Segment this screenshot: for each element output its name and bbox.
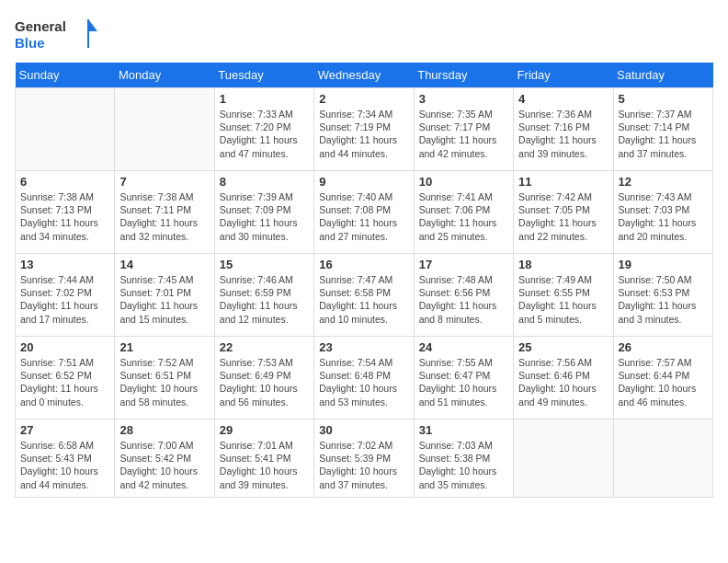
calendar-cell: 16Sunrise: 7:47 AMSunset: 6:58 PMDayligh… bbox=[314, 254, 414, 337]
day-info: Sunrise: 7:49 AMSunset: 6:55 PMDaylight:… bbox=[518, 273, 608, 326]
day-number: 15 bbox=[220, 258, 309, 271]
day-info: Sunrise: 7:45 AMSunset: 7:01 PMDaylight:… bbox=[119, 273, 209, 326]
day-number: 26 bbox=[619, 340, 708, 354]
weekday-header-saturday: Saturday bbox=[613, 63, 712, 88]
calendar-cell bbox=[514, 419, 613, 498]
day-info: Sunrise: 7:01 AMSunset: 5:41 PMDaylight:… bbox=[220, 439, 309, 491]
weekday-header-row: SundayMondayTuesdayWednesdayThursdayFrid… bbox=[16, 63, 713, 88]
day-info: Sunrise: 7:54 AMSunset: 6:48 PMDaylight:… bbox=[319, 356, 408, 408]
day-number: 5 bbox=[619, 92, 708, 106]
day-number: 14 bbox=[119, 258, 209, 271]
day-number: 4 bbox=[518, 92, 608, 106]
day-number: 9 bbox=[319, 175, 408, 189]
calendar-cell: 22Sunrise: 7:53 AMSunset: 6:49 PMDayligh… bbox=[214, 337, 313, 419]
day-number: 31 bbox=[419, 423, 508, 437]
calendar-cell: 6Sunrise: 7:38 AMSunset: 7:13 PMDaylight… bbox=[16, 171, 115, 254]
day-info: Sunrise: 7:43 AMSunset: 7:03 PMDaylight:… bbox=[619, 190, 708, 243]
calendar-cell: 3Sunrise: 7:35 AMSunset: 7:17 PMDaylight… bbox=[414, 88, 513, 171]
day-number: 2 bbox=[319, 92, 408, 106]
day-info: Sunrise: 7:40 AMSunset: 7:08 PMDaylight:… bbox=[319, 190, 408, 243]
day-info: Sunrise: 7:52 AMSunset: 6:51 PMDaylight:… bbox=[119, 356, 209, 408]
calendar-table: SundayMondayTuesdayWednesdayThursdayFrid… bbox=[15, 63, 713, 498]
calendar-week-3: 13Sunrise: 7:44 AMSunset: 7:02 PMDayligh… bbox=[16, 254, 713, 337]
day-info: Sunrise: 7:44 AMSunset: 7:02 PMDaylight:… bbox=[20, 273, 109, 326]
weekday-header-wednesday: Wednesday bbox=[314, 63, 414, 88]
page-header: General Blue bbox=[15, 15, 713, 53]
weekday-header-thursday: Thursday bbox=[414, 63, 513, 88]
calendar-cell: 17Sunrise: 7:48 AMSunset: 6:56 PMDayligh… bbox=[414, 254, 513, 337]
weekday-header-sunday: Sunday bbox=[16, 63, 115, 88]
calendar-cell: 18Sunrise: 7:49 AMSunset: 6:55 PMDayligh… bbox=[514, 254, 613, 337]
day-number: 3 bbox=[419, 92, 508, 106]
day-number: 12 bbox=[619, 175, 708, 189]
day-info: Sunrise: 7:53 AMSunset: 6:49 PMDaylight:… bbox=[220, 356, 309, 408]
calendar-cell: 4Sunrise: 7:36 AMSunset: 7:16 PMDaylight… bbox=[514, 88, 613, 171]
day-info: Sunrise: 7:38 AMSunset: 7:11 PMDaylight:… bbox=[119, 190, 209, 243]
weekday-header-tuesday: Tuesday bbox=[214, 63, 313, 88]
svg-text:General: General bbox=[15, 18, 66, 34]
day-number: 23 bbox=[319, 340, 408, 354]
calendar-cell: 13Sunrise: 7:44 AMSunset: 7:02 PMDayligh… bbox=[16, 254, 115, 337]
calendar-cell: 21Sunrise: 7:52 AMSunset: 6:51 PMDayligh… bbox=[115, 337, 214, 419]
day-info: Sunrise: 7:03 AMSunset: 5:38 PMDaylight:… bbox=[419, 439, 508, 491]
day-info: Sunrise: 7:51 AMSunset: 6:52 PMDaylight:… bbox=[20, 356, 109, 408]
day-info: Sunrise: 7:48 AMSunset: 6:56 PMDaylight:… bbox=[419, 273, 508, 326]
calendar-cell: 19Sunrise: 7:50 AMSunset: 6:53 PMDayligh… bbox=[613, 254, 712, 337]
day-info: Sunrise: 7:35 AMSunset: 7:17 PMDaylight:… bbox=[419, 108, 508, 160]
day-number: 28 bbox=[119, 423, 209, 437]
day-info: Sunrise: 7:56 AMSunset: 6:46 PMDaylight:… bbox=[518, 356, 608, 408]
day-info: Sunrise: 7:34 AMSunset: 7:19 PMDaylight:… bbox=[319, 108, 408, 160]
day-number: 30 bbox=[319, 423, 408, 437]
day-number: 6 bbox=[20, 175, 109, 189]
day-info: Sunrise: 7:41 AMSunset: 7:06 PMDaylight:… bbox=[419, 190, 508, 243]
calendar-cell: 25Sunrise: 7:56 AMSunset: 6:46 PMDayligh… bbox=[514, 337, 613, 419]
day-info: Sunrise: 7:57 AMSunset: 6:44 PMDaylight:… bbox=[619, 356, 708, 408]
calendar-week-2: 6Sunrise: 7:38 AMSunset: 7:13 PMDaylight… bbox=[16, 171, 713, 254]
calendar-week-4: 20Sunrise: 7:51 AMSunset: 6:52 PMDayligh… bbox=[16, 337, 713, 419]
day-info: Sunrise: 7:39 AMSunset: 7:09 PMDaylight:… bbox=[220, 190, 309, 243]
day-number: 29 bbox=[220, 423, 309, 437]
calendar-cell: 2Sunrise: 7:34 AMSunset: 7:19 PMDaylight… bbox=[314, 88, 414, 171]
day-info: Sunrise: 7:55 AMSunset: 6:47 PMDaylight:… bbox=[419, 356, 508, 408]
day-info: Sunrise: 7:50 AMSunset: 6:53 PMDaylight:… bbox=[619, 273, 708, 326]
calendar-cell bbox=[613, 419, 712, 498]
day-number: 13 bbox=[20, 258, 109, 271]
calendar-cell: 10Sunrise: 7:41 AMSunset: 7:06 PMDayligh… bbox=[414, 171, 513, 254]
calendar-cell: 1Sunrise: 7:33 AMSunset: 7:20 PMDaylight… bbox=[214, 88, 313, 171]
svg-marker-2 bbox=[88, 19, 97, 31]
calendar-cell: 14Sunrise: 7:45 AMSunset: 7:01 PMDayligh… bbox=[115, 254, 214, 337]
calendar-cell: 5Sunrise: 7:37 AMSunset: 7:14 PMDaylight… bbox=[613, 88, 712, 171]
calendar-cell: 30Sunrise: 7:02 AMSunset: 5:39 PMDayligh… bbox=[314, 419, 414, 498]
calendar-week-1: 1Sunrise: 7:33 AMSunset: 7:20 PMDaylight… bbox=[16, 88, 713, 171]
calendar-cell: 23Sunrise: 7:54 AMSunset: 6:48 PMDayligh… bbox=[314, 337, 414, 419]
calendar-cell bbox=[115, 88, 214, 171]
calendar-cell: 29Sunrise: 7:01 AMSunset: 5:41 PMDayligh… bbox=[214, 419, 313, 498]
calendar-cell: 24Sunrise: 7:55 AMSunset: 6:47 PMDayligh… bbox=[414, 337, 513, 419]
day-info: Sunrise: 7:46 AMSunset: 6:59 PMDaylight:… bbox=[220, 273, 309, 326]
day-number: 20 bbox=[20, 340, 109, 354]
day-info: Sunrise: 7:47 AMSunset: 6:58 PMDaylight:… bbox=[319, 273, 408, 326]
day-number: 21 bbox=[119, 340, 209, 354]
weekday-header-friday: Friday bbox=[514, 63, 613, 88]
day-number: 1 bbox=[220, 92, 309, 106]
day-number: 16 bbox=[319, 258, 408, 271]
calendar-cell bbox=[16, 88, 115, 171]
calendar-cell: 27Sunrise: 6:58 AMSunset: 5:43 PMDayligh… bbox=[16, 419, 115, 498]
day-number: 24 bbox=[419, 340, 508, 354]
day-number: 22 bbox=[220, 340, 309, 354]
day-number: 11 bbox=[518, 175, 608, 189]
day-info: Sunrise: 7:38 AMSunset: 7:13 PMDaylight:… bbox=[20, 190, 109, 243]
day-number: 10 bbox=[419, 175, 508, 189]
day-number: 19 bbox=[619, 258, 708, 271]
day-number: 17 bbox=[419, 258, 508, 271]
calendar-cell: 20Sunrise: 7:51 AMSunset: 6:52 PMDayligh… bbox=[16, 337, 115, 419]
calendar-cell: 11Sunrise: 7:42 AMSunset: 7:05 PMDayligh… bbox=[514, 171, 613, 254]
day-number: 18 bbox=[518, 258, 608, 271]
calendar-cell: 9Sunrise: 7:40 AMSunset: 7:08 PMDaylight… bbox=[314, 171, 414, 254]
svg-text:Blue: Blue bbox=[15, 35, 45, 51]
day-number: 25 bbox=[518, 340, 608, 354]
day-info: Sunrise: 7:00 AMSunset: 5:42 PMDaylight:… bbox=[119, 439, 209, 491]
day-info: Sunrise: 7:36 AMSunset: 7:16 PMDaylight:… bbox=[518, 108, 608, 160]
calendar-cell: 15Sunrise: 7:46 AMSunset: 6:59 PMDayligh… bbox=[214, 254, 313, 337]
day-info: Sunrise: 7:42 AMSunset: 7:05 PMDaylight:… bbox=[518, 190, 608, 243]
